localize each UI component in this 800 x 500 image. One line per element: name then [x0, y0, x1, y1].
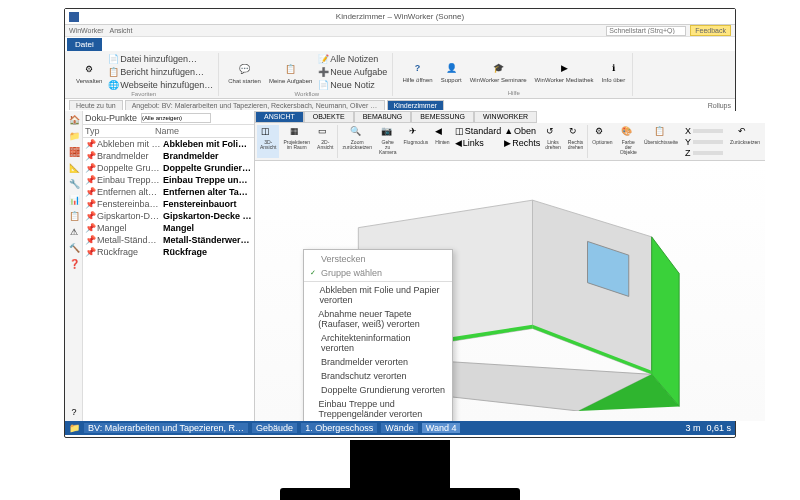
quickstart-search[interactable] [606, 26, 686, 36]
gehe-kamera-button[interactable]: 📷Gehe zu Kamera [376, 125, 400, 158]
tree-item-4[interactable]: 📌Entfernen alter TapeteEntfernen alter T… [83, 186, 254, 198]
doc-tab-kinderzimmer[interactable]: Kinderzimmer [387, 100, 444, 110]
strip-icon-3[interactable]: 🧱 [67, 145, 81, 159]
webseite-hinzufuegen-button[interactable]: 🌐Webseite hinzufügen… [107, 79, 214, 91]
strip-icon-help[interactable]: ? [67, 405, 81, 419]
gear-icon: ⚙ [81, 61, 97, 77]
tree-item-0[interactable]: 📌Abkleben mit Folie und PapierAbkleben m… [83, 138, 254, 150]
verwalten-button[interactable]: ⚙Verwalten [73, 53, 105, 91]
strip-icon-4[interactable]: 📐 [67, 161, 81, 175]
seminare-button[interactable]: 🎓WinWorker Seminare [467, 53, 530, 90]
tree-item-7[interactable]: 📌MangelMangel [83, 222, 254, 234]
ctx-item-4[interactable]: Brandschutz verorten [304, 369, 452, 383]
2d-ansicht-button[interactable]: ▭2D-Ansicht [314, 125, 336, 158]
strip-icon-2[interactable]: 📁 [67, 129, 81, 143]
y-slider[interactable] [693, 140, 723, 144]
links-button[interactable]: ◀Links [454, 137, 503, 149]
strip-icon-10[interactable]: ❓ [67, 257, 81, 271]
zoom-reset-button[interactable]: 🔍Zoom zurücksetzen [339, 125, 374, 158]
tree-item-3[interactable]: 📌Einbau Treppe und Treppengel…Einbau Tre… [83, 174, 254, 186]
tree-filter-input[interactable] [141, 113, 211, 123]
viewport-tabs: ANSICHT OBJEKTE BEMAßUNG BEMESSUNG WINWO… [255, 111, 765, 123]
doc-tab-angebot[interactable]: Angebot: BV: Malerarbeiten und Tapeziere… [125, 100, 385, 110]
tree-item-8[interactable]: 📌Metall-Ständerwerk installierenMetall-S… [83, 234, 254, 246]
crumb-wand4[interactable]: Wand 4 [422, 423, 461, 433]
meine-aufgaben-button[interactable]: 📋Meine Aufgaben [266, 53, 315, 91]
ribbon-group-favoriten: ⚙Verwalten 📄Datei hinzufügen… 📋Bericht h… [69, 53, 219, 96]
status-length: 3 m [685, 423, 700, 433]
strip-icon-8[interactable]: ⚠ [67, 225, 81, 239]
ctx-gruppe-waehlen[interactable]: ✓Gruppe wählen [304, 266, 452, 280]
ctx-item-1[interactable]: Abnahme neuer Tapete (Raufaser, weiß) ve… [304, 307, 452, 331]
projektieren-button[interactable]: ▦Projektieren im Raum [280, 125, 313, 158]
zuruecksetzen-button[interactable]: ↶Zurücksetzen [727, 125, 763, 158]
bericht-hinzufuegen-button[interactable]: 📋Bericht hinzufügen… [107, 66, 214, 78]
mediathek-button[interactable]: ▶WinWorker Mediathek [532, 53, 597, 90]
vp-tab-ansicht[interactable]: ANSICHT [255, 111, 304, 123]
x-slider[interactable] [693, 129, 723, 133]
neue-notiz-button[interactable]: 📄Neue Notiz [317, 79, 388, 91]
vp-tab-winworker[interactable]: WINWORKER [474, 111, 537, 123]
rollups-button[interactable]: Rollups [708, 102, 731, 109]
support-icon: 👤 [443, 60, 459, 76]
ctx-item-2[interactable]: Architekteninformation verorten [304, 331, 452, 355]
optionen-button[interactable]: ⚙Optionen [589, 125, 615, 158]
chat-icon: 💬 [237, 61, 253, 77]
crumb-gebaeude[interactable]: Gebäude [252, 423, 297, 433]
crumb-og[interactable]: 1. Obergeschoss [301, 423, 377, 433]
crumb-bv[interactable]: BV: Malerarbeiten und Tapezieren, R… [84, 423, 248, 433]
help-icon: ? [410, 60, 426, 76]
standard-button[interactable]: ◫Standard [454, 125, 503, 137]
hilfe-oeffnen-button[interactable]: ?Hilfe öffnen [399, 53, 435, 90]
info-button[interactable]: ℹInfo über [598, 53, 628, 90]
uebersicht-button[interactable]: 📋Übersichtsseite [641, 125, 681, 158]
ribbon-tab-datei[interactable]: Datei [67, 38, 102, 51]
ctx-item-6[interactable]: Einbau Treppe und Treppengeländer verort… [304, 397, 452, 421]
ctx-item-0[interactable]: Abkleben mit Folie und Papier verorten [304, 283, 452, 307]
feedback-button[interactable]: Feedback [690, 25, 731, 36]
seminar-icon: 🎓 [490, 60, 506, 76]
crumb-waende[interactable]: Wände [381, 423, 418, 433]
datei-hinzufuegen-button[interactable]: 📄Datei hinzufügen… [107, 53, 214, 65]
doc-tab-heute[interactable]: Heute zu tun [69, 100, 123, 110]
tree-item-6[interactable]: 📌Gipskarton-Decke einziehenGipskarton-De… [83, 210, 254, 222]
alle-notizen-button[interactable]: 📝Alle Notizen [317, 53, 388, 65]
3d-ansicht-button[interactable]: ◫3D-Ansicht [257, 125, 279, 158]
app-logo-icon [69, 12, 79, 22]
quick-access-bar: WinWorker Ansicht Feedback [65, 25, 735, 37]
strip-icon-1[interactable]: 🏠 [67, 113, 81, 127]
tree-item-2[interactable]: 📌Doppelte GrundierungDoppelte Grundierun… [83, 162, 254, 174]
tree-item-9[interactable]: 📌RückfrageRückfrage [83, 246, 254, 258]
tree-item-1[interactable]: 📌BrandmelderBrandmelder [83, 150, 254, 162]
support-button[interactable]: 👤Support [438, 53, 465, 90]
vp-tab-bemassung[interactable]: BEMAßUNG [354, 111, 412, 123]
farbe-objekte-button[interactable]: 🎨Farbe der Objekte [617, 125, 640, 158]
flugmodus-button[interactable]: ✈Flugmodus [400, 125, 431, 158]
strip-icon-5[interactable]: 🔧 [67, 177, 81, 191]
links-drehen-button[interactable]: ↺Links drehen [542, 125, 564, 158]
viewport: ANSICHT OBJEKTE BEMAßUNG BEMESSUNG WINWO… [255, 111, 765, 421]
chat-starten-button[interactable]: 💬Chat starten [225, 53, 264, 91]
ctx-item-5[interactable]: Doppelte Grundierung verorten [304, 383, 452, 397]
neue-aufgabe-button[interactable]: ➕Neue Aufgabe [317, 66, 388, 78]
ctx-item-3[interactable]: Brandmelder verorten [304, 355, 452, 369]
document-tabs: Heute zu tun Angebot: BV: Malerarbeiten … [65, 99, 735, 111]
vp-tab-bemessung[interactable]: BEMESSUNG [411, 111, 474, 123]
oben-button[interactable]: ▲Oben [503, 125, 541, 137]
strip-icon-9[interactable]: 🔨 [67, 241, 81, 255]
3d-canvas[interactable]: Verstecken ✓Gruppe wählen Abkleben mit F… [255, 161, 765, 421]
strip-icon-6[interactable]: 📊 [67, 193, 81, 207]
strip-icon-7[interactable]: 📋 [67, 209, 81, 223]
hinten-button[interactable]: ◀Hinten [432, 125, 452, 158]
rechts-button[interactable]: ▶Rechts [503, 137, 541, 149]
tree-item-5[interactable]: 📌FenstereinbauortFenstereinbauort [83, 198, 254, 210]
tree-title: Doku-Punkte [85, 113, 137, 123]
qat-tab-ansicht[interactable]: Ansicht [109, 27, 132, 34]
vp-tab-objekte[interactable]: OBJEKTE [304, 111, 354, 123]
rechts-drehen-button[interactable]: ↻Rechts drehen [565, 125, 587, 158]
z-slider[interactable] [693, 151, 723, 155]
ctx-verstecken[interactable]: Verstecken [304, 252, 452, 266]
qat-tab-winworker[interactable]: WinWorker [69, 27, 103, 34]
ribbon-group-workflow: 💬Chat starten 📋Meine Aufgaben 📝Alle Noti… [221, 53, 393, 96]
media-icon: ▶ [556, 60, 572, 76]
